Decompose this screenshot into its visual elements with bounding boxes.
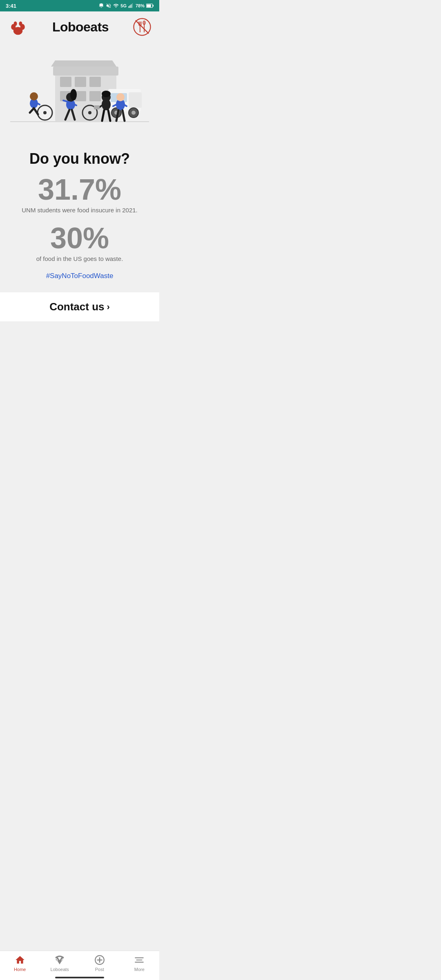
contact-arrow: › [107, 302, 110, 312]
svg-point-54 [102, 91, 111, 97]
svg-rect-25 [89, 77, 101, 87]
header: Loboeats [0, 11, 159, 40]
svg-rect-21 [53, 67, 118, 76]
svg-marker-22 [51, 60, 116, 67]
stats-section: Do you know? 31.7% UNM students were foo… [0, 146, 159, 288]
battery-label: 78% [136, 3, 145, 8]
status-icons: 5G 78% [98, 3, 154, 9]
svg-point-10 [14, 21, 17, 26]
stat2-value: 30% [12, 223, 147, 253]
svg-rect-2 [131, 4, 131, 8]
stat1-value: 31.7% [12, 175, 147, 204]
contact-us-link[interactable]: Contact us › [49, 301, 110, 313]
headline: Do you know? [12, 150, 147, 167]
network-label: 5G [120, 3, 127, 8]
alarm-icon [98, 3, 104, 9]
svg-point-37 [43, 111, 47, 114]
svg-rect-58 [94, 105, 100, 109]
paw-icon [8, 17, 28, 37]
battery-icon [146, 3, 154, 9]
svg-rect-5 [147, 4, 151, 7]
svg-rect-0 [129, 6, 129, 8]
app-title: Loboeats [52, 20, 109, 35]
svg-point-11 [19, 21, 22, 26]
mute-icon [106, 3, 111, 9]
svg-point-34 [131, 111, 136, 115]
svg-rect-30 [129, 92, 142, 108]
svg-line-62 [122, 110, 125, 121]
svg-point-47 [70, 89, 77, 100]
illustration-area [0, 40, 159, 146]
svg-line-13 [136, 20, 149, 33]
svg-rect-3 [132, 3, 133, 8]
svg-rect-1 [129, 5, 130, 8]
svg-rect-28 [89, 91, 101, 101]
svg-point-41 [30, 92, 38, 100]
stat2-desc: of food in the US goes to waste. [12, 255, 147, 262]
svg-point-60 [116, 93, 125, 101]
svg-point-39 [88, 111, 91, 114]
status-time: 3:41 [6, 3, 16, 9]
svg-rect-24 [75, 77, 86, 87]
svg-line-43 [30, 108, 34, 113]
svg-rect-6 [153, 5, 154, 7]
hashtag-link[interactable]: #SayNoToFoodWaste [46, 272, 114, 280]
no-utensils-icon[interactable] [133, 18, 151, 36]
stat1-desc: UNM students were food insucure in 2021. [12, 207, 147, 214]
svg-rect-23 [60, 77, 71, 87]
wifi-icon [113, 3, 119, 9]
contact-label: Contact us [49, 301, 104, 313]
status-bar: 3:41 5G 78% [0, 0, 159, 11]
scene-illustration [10, 44, 149, 134]
contact-section: Contact us › [0, 292, 159, 321]
signal-icon [128, 3, 134, 9]
